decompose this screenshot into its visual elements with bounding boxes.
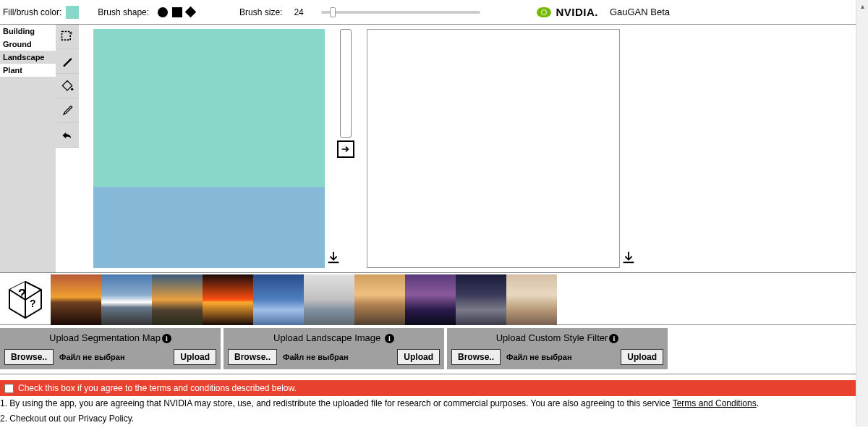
browse-seg-button[interactable]: Browse..: [4, 349, 54, 365]
category-ground[interactable]: Ground: [0, 38, 56, 51]
brush-shape-square[interactable]: [172, 7, 182, 17]
scroll-up-arrow[interactable]: ▴: [856, 0, 868, 12]
category-building[interactable]: Building: [0, 25, 56, 38]
svg-rect-0: [62, 31, 71, 40]
app-title: GauGAN Beta: [610, 7, 670, 17]
svg-point-2: [71, 88, 73, 90]
terms-line-1: 1. By using the app, you are agreeing th…: [0, 396, 868, 411]
style-thumb-2[interactable]: [101, 274, 152, 325]
generate-arrow-button[interactable]: [337, 140, 354, 158]
terms-link[interactable]: Terms and Conditions: [673, 398, 757, 408]
fill-color-label: Fill/brush color:: [3, 7, 61, 17]
seg-file-status: Файл не выбран: [59, 353, 125, 361]
terms-section: Check this box if you agree to the terms…: [0, 380, 868, 427]
upload-style-title: Upload Custom Style Filter: [496, 332, 608, 343]
upload-seg-button[interactable]: Upload: [174, 349, 216, 365]
style-file-status: Файл не выбран: [506, 353, 572, 361]
brush-size-slider[interactable]: [321, 11, 480, 14]
category-plant[interactable]: Plant: [0, 64, 56, 77]
segmentation-canvas[interactable]: [93, 29, 325, 268]
nvidia-brand: NVIDIA.: [556, 6, 598, 18]
output-canvas: [367, 29, 620, 268]
upload-style-card: Upload Custom Style Filteri Browse.. Фай…: [447, 328, 668, 369]
tool-column: +: [56, 25, 79, 272]
nvidia-logo-icon: [537, 7, 551, 17]
upload-style-button[interactable]: Upload: [621, 349, 663, 365]
upload-row: Upload Segmentation Mapi Browse.. Файл н…: [0, 328, 868, 374]
fill-tool[interactable]: [56, 74, 79, 98]
land-file-status: Файл не выбран: [283, 353, 349, 361]
info-icon[interactable]: i: [385, 334, 394, 343]
style-thumb-7[interactable]: [354, 274, 405, 325]
browse-style-button[interactable]: Browse..: [451, 349, 501, 365]
undo-tool[interactable]: [56, 123, 79, 148]
download-segmentation-icon[interactable]: [325, 249, 342, 266]
brush-size-label: Brush size:: [239, 7, 282, 17]
random-style-dice[interactable]: ??: [0, 274, 51, 325]
info-icon[interactable]: i: [162, 334, 171, 343]
upload-segmentation-card: Upload Segmentation Mapi Browse.. Файл н…: [0, 328, 221, 369]
download-output-icon[interactable]: [620, 249, 637, 266]
page-scrollbar[interactable]: ▴: [856, 0, 868, 427]
terms-checkbox-label: Check this box if you agree to the terms…: [18, 383, 297, 393]
svg-text:?: ?: [30, 298, 36, 309]
brush-color-swatch[interactable]: [66, 6, 79, 19]
upload-landscape-card: Upload Landscape Image i Browse.. Файл н…: [224, 328, 444, 369]
terms-checkbox[interactable]: [4, 384, 14, 393]
brush-size-value: 24: [294, 7, 303, 17]
svg-text:+: +: [69, 30, 73, 37]
category-list: Building Ground Landscape Plant: [0, 25, 56, 272]
svg-text:?: ?: [18, 287, 26, 301]
style-thumb-10[interactable]: [506, 274, 557, 325]
eyedropper-tool[interactable]: [56, 98, 79, 123]
style-thumb-9[interactable]: [456, 274, 506, 325]
style-thumbnail-strip: ??: [0, 274, 868, 325]
browse-land-button[interactable]: Browse..: [228, 349, 277, 365]
vertical-divider: [340, 29, 352, 138]
upload-seg-title: Upload Segmentation Map: [49, 332, 161, 343]
upload-land-title: Upload Landscape Image: [273, 332, 383, 343]
style-thumb-1[interactable]: [51, 274, 101, 325]
brush-shape-diamond[interactable]: [185, 7, 197, 18]
style-thumb-8[interactable]: [405, 274, 456, 325]
style-thumb-5[interactable]: [253, 274, 304, 325]
brush-shape-label: Brush shape:: [98, 7, 149, 17]
style-thumb-6[interactable]: [304, 274, 354, 325]
marquee-tool[interactable]: +: [56, 25, 79, 49]
brush-tool[interactable]: [56, 49, 79, 74]
main-workspace: Building Ground Landscape Plant +: [0, 25, 868, 273]
upload-land-button[interactable]: Upload: [397, 349, 440, 365]
brush-shape-circle[interactable]: [158, 7, 168, 17]
category-landscape[interactable]: Landscape: [0, 51, 56, 64]
top-toolbar: Fill/brush color: Brush shape: Brush siz…: [0, 0, 868, 25]
info-icon[interactable]: i: [609, 334, 618, 343]
terms-line-2: 2. Checkout out our Privacy Policy.: [0, 411, 868, 427]
style-thumb-3[interactable]: [152, 274, 203, 325]
style-thumb-4[interactable]: [203, 274, 253, 325]
